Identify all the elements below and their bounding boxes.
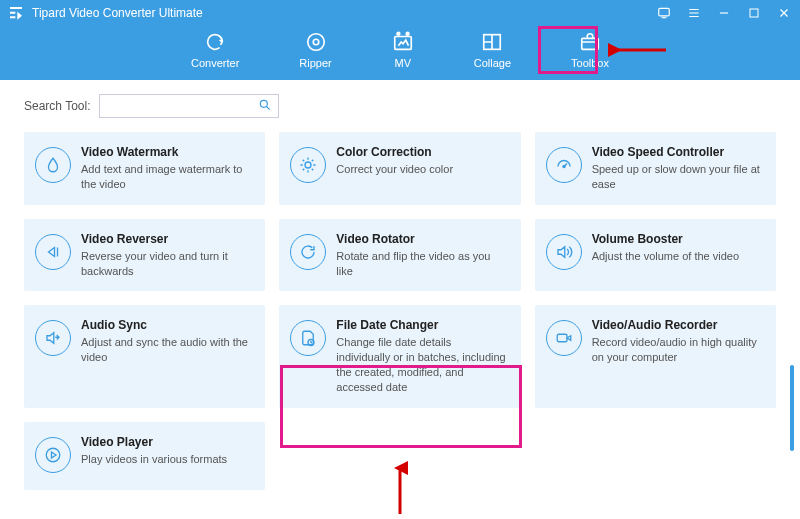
nav-converter[interactable]: Converter [191,31,239,69]
nav-label: Ripper [299,57,331,69]
recorder-icon [546,320,582,356]
audio-sync-icon [35,320,71,356]
minimize-icon[interactable] [716,5,732,21]
svg-rect-14 [557,335,567,343]
card-desc: Play videos in various formats [81,452,252,467]
collage-icon [481,31,503,53]
svg-point-11 [305,162,311,168]
close-icon[interactable] [776,5,792,21]
reverse-icon [35,234,71,270]
ripper-icon [305,31,327,53]
svg-rect-0 [659,8,670,16]
card-title: File Date Changer [336,318,507,332]
nav-label: Converter [191,57,239,69]
tool-video-audio-recorder[interactable]: Video/Audio RecorderRecord video/audio i… [535,305,776,407]
tool-volume-booster[interactable]: Volume BoosterAdjust the volume of the v… [535,219,776,292]
nav-mv[interactable]: MV [392,31,414,69]
tool-video-watermark[interactable]: Video WatermarkAdd text and image waterm… [24,132,265,205]
search-icon[interactable] [258,98,272,115]
titlebar: Tipard Video Converter Ultimate [0,0,800,26]
tool-video-reverser[interactable]: Video ReverserReverse your video and tur… [24,219,265,292]
card-title: Video Reverser [81,232,252,246]
card-title: Video/Audio Recorder [592,318,763,332]
toolbox-icon [579,31,601,53]
rotate-icon [290,234,326,270]
file-date-icon [290,320,326,356]
card-title: Color Correction [336,145,507,159]
search-row: Search Tool: [24,94,776,118]
search-input[interactable] [106,95,258,117]
card-desc: Record video/audio in high quality on yo… [592,335,763,365]
play-icon [35,437,71,473]
tool-video-speed-controller[interactable]: Video Speed ControllerSpeed up or slow d… [535,132,776,205]
svg-rect-1 [750,9,758,17]
card-desc: Add text and image watermark to the vide… [81,162,252,192]
card-desc: Change file date details individually or… [336,335,507,394]
svg-rect-8 [582,38,599,49]
card-title: Audio Sync [81,318,252,332]
nav-label: MV [394,57,411,69]
nav-collage[interactable]: Collage [474,31,511,69]
svg-point-2 [307,34,324,51]
nav-label: Collage [474,57,511,69]
svg-point-12 [563,165,565,167]
search-label: Search Tool: [24,99,91,113]
card-desc: Adjust the volume of the video [592,249,763,264]
svg-point-5 [397,32,400,35]
card-desc: Correct your video color [336,162,507,177]
feedback-icon[interactable] [656,5,672,21]
nav-ripper[interactable]: Ripper [299,31,331,69]
svg-point-6 [406,32,409,35]
watermark-icon [35,147,71,183]
search-input-wrap[interactable] [99,94,279,118]
nav-label: Toolbox [571,57,609,69]
scrollbar[interactable] [790,365,794,451]
card-desc: Speed up or slow down your file at ease [592,162,763,192]
nav-toolbox[interactable]: Toolbox [571,31,609,69]
card-title: Video Rotator [336,232,507,246]
card-title: Video Player [81,435,252,449]
tool-video-rotator[interactable]: Video RotatorRotate and flip the video a… [279,219,520,292]
card-desc: Adjust and sync the audio with the video [81,335,252,365]
tool-color-correction[interactable]: Color CorrectionCorrect your video color [279,132,520,205]
volume-icon [546,234,582,270]
mv-icon [392,31,414,53]
card-desc: Reverse your video and turn it backwards [81,249,252,279]
tool-audio-sync[interactable]: Audio SyncAdjust and sync the audio with… [24,305,265,407]
color-correction-icon [290,147,326,183]
tool-file-date-changer[interactable]: File Date ChangerChange file date detail… [279,305,520,407]
svg-point-3 [313,39,319,45]
svg-point-10 [260,100,267,107]
app-logo-icon [8,5,24,21]
card-title: Video Watermark [81,145,252,159]
menu-icon[interactable] [686,5,702,21]
main-nav: Converter Ripper MV Collage Toolbox [0,26,800,80]
card-title: Volume Booster [592,232,763,246]
converter-icon [204,31,226,53]
header: Tipard Video Converter Ultimate Converte… [0,0,800,80]
tool-grid: Video WatermarkAdd text and image waterm… [24,132,776,490]
maximize-icon[interactable] [746,5,762,21]
card-title: Video Speed Controller [592,145,763,159]
app-title: Tipard Video Converter Ultimate [32,6,203,20]
card-desc: Rotate and flip the video as you like [336,249,507,279]
window-controls [656,5,792,21]
content-area: Search Tool: Video WatermarkAdd text and… [0,80,800,519]
speed-icon [546,147,582,183]
tool-video-player[interactable]: Video PlayerPlay videos in various forma… [24,422,265,490]
svg-point-15 [46,448,60,462]
